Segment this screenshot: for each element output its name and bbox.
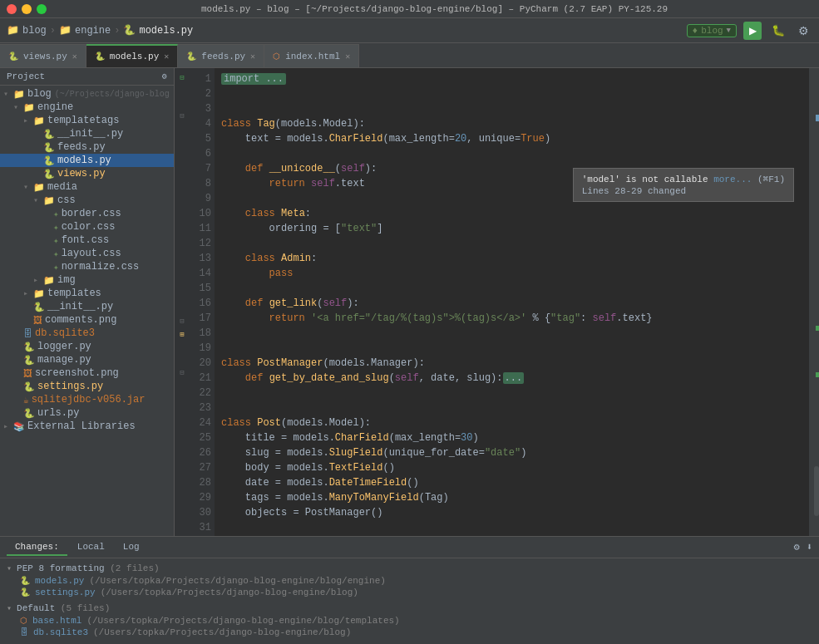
breadcrumb-models[interactable]: models.py bbox=[139, 25, 193, 37]
tab-models-py[interactable]: 🐍 models.py ✕ bbox=[86, 44, 178, 67]
code-line-27: body = models.TextField() bbox=[221, 460, 802, 475]
changes-file-base[interactable]: ⬡ base.html (/Users/topka/Projects/djang… bbox=[7, 615, 812, 627]
django-run-config[interactable]: ♦ blog ▼ bbox=[687, 24, 737, 37]
code-editor[interactable]: import ... class Tag(models.Model): text… bbox=[215, 68, 809, 536]
tree-item-views[interactable]: 🐍 views.py bbox=[0, 167, 174, 180]
scrollbar-thumb[interactable] bbox=[814, 466, 819, 516]
gutter-line-11 bbox=[176, 199, 188, 212]
tree-label-feeds: feeds.py bbox=[57, 141, 106, 153]
tree-item-settings[interactable]: 🐍 settings.py bbox=[0, 380, 174, 393]
changes-file-settings[interactable]: 🐍 settings.py (/Users/topka/Projects/dja… bbox=[7, 587, 812, 598]
gutter-fold-24[interactable]: ⊟ bbox=[176, 366, 188, 379]
tree-item-sqlite-jar[interactable]: ☕ sqlitejdbc-v056.jar bbox=[0, 393, 174, 406]
tree-item-templatetags[interactable]: ▸ 📁 templatetags bbox=[0, 114, 174, 127]
tree-item-ext-libs[interactable]: ▸ 📚 External Libraries bbox=[0, 420, 174, 433]
main-toolbar: 📁 blog › 📁 engine › 🐍 models.py ♦ blog ▼… bbox=[0, 18, 819, 43]
tooltip-shortcut: (⌘F1) bbox=[757, 175, 785, 184]
tree-item-templates[interactable]: ▸ 📁 templates bbox=[0, 287, 174, 300]
tab-log[interactable]: Log bbox=[115, 539, 148, 556]
breadcrumb-file-icon: 🐍 bbox=[123, 24, 136, 37]
tree-item-comments[interactable]: 🖼 comments.png bbox=[0, 313, 174, 327]
tree-item-img[interactable]: ▸ 📁 img bbox=[0, 273, 174, 287]
tree-blog-path: (~/Projects/django-blog bbox=[55, 90, 170, 99]
tooltip-more-link[interactable]: more... bbox=[713, 175, 752, 184]
gutter-line-32 bbox=[176, 469, 188, 481]
changes-file-db-sqlite[interactable]: 🗄 db.sqlite3 (/Users/topka/Projects/djan… bbox=[7, 627, 812, 638]
gutter-fold-4[interactable]: ⊟ bbox=[176, 110, 188, 122]
tree-item-logger[interactable]: 🐍 logger.py bbox=[0, 340, 174, 353]
breadcrumb: 📁 blog › 📁 engine › 🐍 models.py bbox=[7, 24, 193, 37]
tree-item-engine[interactable]: ▾ 📁 engine bbox=[0, 101, 174, 114]
tree-label-color-css: color.css bbox=[62, 221, 116, 233]
code-line-32: def __unicode__(self): bbox=[221, 535, 802, 536]
tree-item-urls[interactable]: 🐍 urls.py bbox=[0, 406, 174, 420]
settings-bottom-icon[interactable]: ⚙ bbox=[794, 541, 800, 553]
code-line-31 bbox=[221, 520, 802, 535]
close-button[interactable] bbox=[7, 4, 17, 14]
gutter-fold-20[interactable]: ⊟ bbox=[176, 315, 188, 327]
gutter-line-15 bbox=[176, 251, 188, 263]
window-title: models.py – blog – [~/Projects/django-bl… bbox=[57, 4, 812, 14]
py-icon-feeds: 🐍 bbox=[43, 142, 55, 153]
tree-item-media[interactable]: ▾ 📁 media bbox=[0, 180, 174, 194]
changes-db-path: (/Users/topka/Projects/django-blog-engin… bbox=[93, 627, 351, 637]
tab-close-feeds[interactable]: ✕ bbox=[250, 52, 255, 61]
gear-icon[interactable]: ⚙ bbox=[162, 71, 167, 81]
breadcrumb-engine[interactable]: engine bbox=[75, 25, 111, 37]
tooltip-line1: 'model' is not callable more... (⌘F1) bbox=[582, 174, 785, 184]
tree-item-init1[interactable]: 🐍 __init__.py bbox=[0, 127, 174, 140]
py-icon-views: 🐍 bbox=[43, 169, 55, 179]
code-line-18 bbox=[221, 326, 802, 341]
tree-label-models: models.py bbox=[57, 155, 111, 166]
changes-file-models[interactable]: 🐍 models.py (/Users/topka/Projects/djang… bbox=[7, 575, 812, 587]
gutter-fold-1[interactable]: ⊟ bbox=[176, 71, 188, 84]
scroll-marker-2 bbox=[816, 326, 819, 331]
tab-index-html[interactable]: ⬡ index.html ✕ bbox=[264, 44, 359, 67]
minimize-button[interactable] bbox=[22, 4, 32, 14]
code-line-2 bbox=[221, 86, 802, 101]
django-label: blog bbox=[701, 26, 723, 36]
tree-item-color-css[interactable]: ✦ color.css bbox=[0, 220, 174, 234]
tree-item-db[interactable]: 🗄 db.sqlite3 bbox=[0, 327, 174, 340]
tree-item-init2[interactable]: 🐍 __init__.py bbox=[0, 300, 174, 313]
db-icon: 🗄 bbox=[23, 328, 32, 339]
tree-item-models[interactable]: 🐍 models.py bbox=[0, 154, 174, 167]
gutter-fold-21[interactable]: ⊞ bbox=[176, 327, 188, 340]
run-button[interactable]: ▶ bbox=[743, 22, 762, 40]
tree-arrow-media: ▾ bbox=[23, 182, 33, 192]
tab-close-index[interactable]: ✕ bbox=[345, 52, 350, 61]
tab-close-models[interactable]: ✕ bbox=[164, 52, 169, 61]
gutter-line-18 bbox=[176, 289, 188, 302]
breadcrumb-engine-icon: 📁 bbox=[59, 24, 72, 37]
py-icon-changes-settings: 🐍 bbox=[20, 587, 30, 597]
changes-settings-name: settings.py bbox=[35, 587, 96, 597]
tree-item-normalize-css[interactable]: ✦ normalize.css bbox=[0, 260, 174, 273]
tab-changes[interactable]: Changes: bbox=[7, 539, 67, 556]
changes-models-name: models.py bbox=[35, 576, 84, 586]
expand-bottom-icon[interactable]: ⬇ bbox=[807, 541, 812, 553]
maximize-button[interactable] bbox=[37, 4, 47, 14]
changes-group-default-header[interactable]: ▾ Default (5 files) bbox=[7, 602, 812, 615]
panel-header-icons: ⚙ bbox=[162, 71, 167, 81]
tab-local[interactable]: Local bbox=[69, 539, 113, 556]
tab-views-py[interactable]: 🐍 views.py ✕ bbox=[0, 44, 86, 67]
tree-item-border-css[interactable]: ✦ border.css bbox=[0, 207, 174, 220]
tree-item-blog[interactable]: ▾ 📁 blog (~/Projects/django-blog bbox=[0, 87, 174, 101]
tree-item-screenshot[interactable]: 🖼 screenshot.png bbox=[0, 366, 174, 380]
tab-feeds-py[interactable]: 🐍 feeds.py ✕ bbox=[178, 44, 264, 67]
tree-label-templates: templates bbox=[47, 288, 101, 299]
right-scrollbar[interactable] bbox=[809, 68, 819, 536]
tree-item-manage[interactable]: 🐍 manage.py bbox=[0, 353, 174, 366]
bottom-tab-icons: ⚙ ⬇ bbox=[794, 541, 812, 553]
tree-item-feeds[interactable]: 🐍 feeds.py bbox=[0, 140, 174, 154]
changes-base-path: (/Users/topka/Projects/django-blog-engin… bbox=[86, 616, 399, 626]
tree-item-font-css[interactable]: ✦ font.css bbox=[0, 234, 174, 247]
tree-label-layout-css: layout.css bbox=[62, 248, 121, 259]
breadcrumb-blog[interactable]: blog bbox=[22, 25, 47, 37]
tab-close-views[interactable]: ✕ bbox=[72, 52, 77, 61]
debug-button[interactable]: 🐛 bbox=[768, 22, 788, 38]
tree-item-css[interactable]: ▾ 📁 css bbox=[0, 194, 174, 207]
changes-group-pep8-header[interactable]: ▾ PEP 8 formatting (2 files) bbox=[7, 562, 812, 575]
tree-item-layout-css[interactable]: ✦ layout.css bbox=[0, 247, 174, 260]
settings-button[interactable]: ⚙ bbox=[795, 22, 812, 39]
